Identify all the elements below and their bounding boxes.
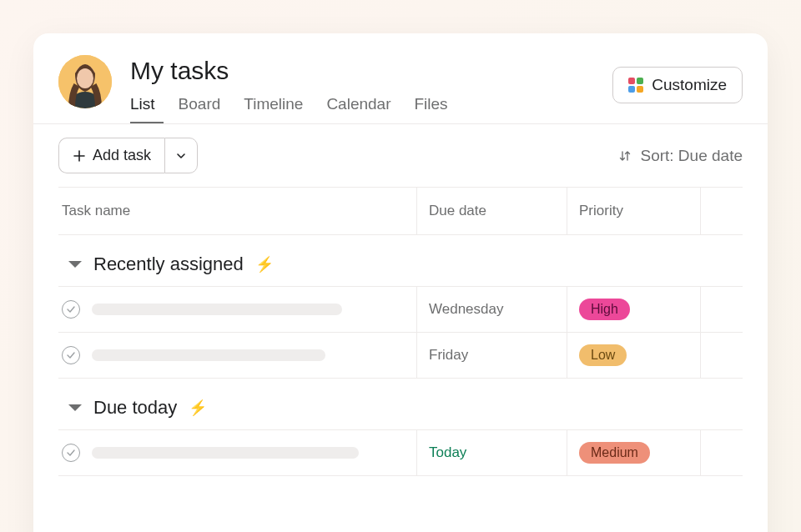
complete-checkbox[interactable] [62, 300, 80, 319]
cell-priority[interactable]: Medium [567, 430, 701, 475]
col-task-name[interactable]: Task name [58, 188, 417, 234]
title-area: My tasks ListBoardTimelineCalendarFiles [130, 55, 612, 123]
tab-board[interactable]: Board [179, 95, 221, 123]
plus-icon [73, 149, 86, 163]
customize-label: Customize [652, 76, 727, 94]
priority-pill: High [579, 299, 630, 320]
tab-calendar[interactable]: Calendar [326, 95, 390, 123]
section-header[interactable]: Recently assigned ⚡ [33, 235, 768, 287]
task-title-placeholder [92, 447, 359, 459]
cell-extra [701, 333, 743, 378]
cell-due[interactable]: Today [417, 430, 567, 475]
task-row[interactable]: Today Medium [58, 429, 743, 476]
task-title-placeholder [92, 349, 325, 361]
chevron-down-icon [175, 150, 187, 162]
col-extra [701, 188, 743, 234]
task-title-placeholder [92, 304, 342, 315]
cell-priority[interactable]: Low [567, 333, 701, 378]
bolt-icon: ⚡ [255, 255, 274, 274]
cell-name [58, 430, 417, 475]
sort-icon [618, 149, 632, 163]
cell-priority[interactable]: High [567, 287, 701, 332]
priority-pill: Low [579, 344, 627, 366]
table-header: Task name Due date Priority [58, 187, 743, 235]
cell-due[interactable]: Friday [417, 333, 567, 378]
caret-down-icon[interactable] [68, 404, 82, 411]
svg-point-2 [77, 68, 93, 88]
tab-files[interactable]: Files [414, 95, 447, 123]
cell-name [58, 333, 417, 378]
section-title: Recently assigned [93, 253, 244, 275]
cell-extra [701, 430, 743, 475]
section-header[interactable]: Due today ⚡ [33, 379, 768, 430]
task-row[interactable]: Friday Low [58, 332, 743, 379]
app-window: My tasks ListBoardTimelineCalendarFiles … [33, 33, 768, 532]
cell-name [58, 287, 417, 332]
customize-button[interactable]: Customize [612, 67, 743, 103]
add-task-group: Add task [58, 138, 198, 173]
add-task-label: Add task [93, 147, 151, 164]
priority-pill: Medium [579, 442, 650, 464]
complete-checkbox[interactable] [62, 346, 80, 364]
add-task-dropdown[interactable] [164, 138, 198, 173]
sort-control[interactable]: Sort: Due date [618, 147, 743, 165]
tab-list[interactable]: List [130, 95, 155, 123]
sort-label: Sort: Due date [640, 147, 743, 165]
toolbar: Add task Sort: Due date [33, 123, 768, 187]
cell-extra [701, 287, 743, 332]
tab-timeline[interactable]: Timeline [244, 95, 303, 123]
task-row[interactable]: Wednesday High [58, 286, 743, 333]
complete-checkbox[interactable] [62, 444, 80, 462]
cell-due[interactable]: Wednesday [417, 287, 567, 332]
page-title: My tasks [130, 57, 612, 85]
caret-down-icon[interactable] [68, 261, 82, 268]
header: My tasks ListBoardTimelineCalendarFiles … [33, 33, 768, 123]
col-priority[interactable]: Priority [567, 188, 701, 234]
add-task-button[interactable]: Add task [58, 138, 164, 173]
task-sections: Recently assigned ⚡ Wednesday High Frida… [33, 235, 768, 476]
customize-icon [628, 78, 643, 93]
user-avatar[interactable] [58, 55, 112, 108]
bolt-icon: ⚡ [189, 399, 207, 417]
col-due-date[interactable]: Due date [417, 188, 567, 234]
section-title: Due today [93, 397, 177, 419]
view-tabs: ListBoardTimelineCalendarFiles [130, 95, 612, 123]
